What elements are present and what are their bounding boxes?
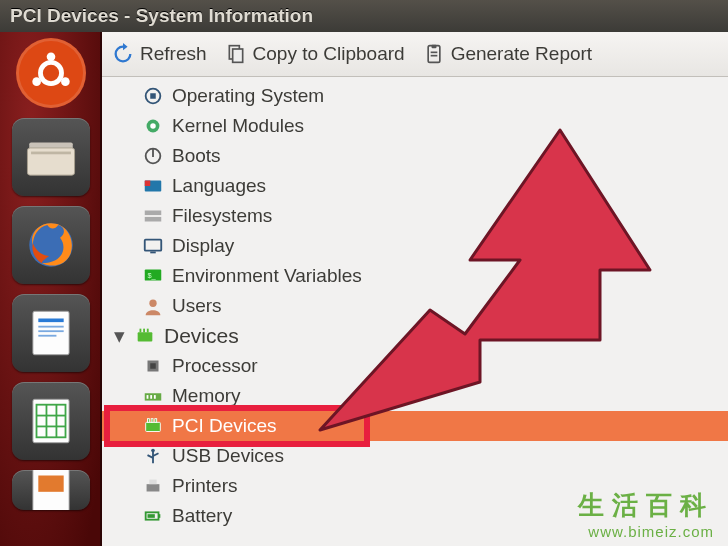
tree-item-users[interactable]: Users — [102, 291, 728, 321]
svg-rect-28 — [150, 93, 156, 99]
copy-label: Copy to Clipboard — [253, 43, 405, 65]
tree-item-os[interactable]: Operating System — [102, 81, 728, 111]
svg-rect-55 — [155, 419, 157, 423]
files-icon — [22, 128, 80, 186]
report-icon — [423, 43, 445, 65]
spreadsheet-icon — [22, 392, 80, 450]
svg-rect-63 — [159, 514, 161, 518]
tree-item-label: Environment Variables — [172, 265, 362, 287]
svg-rect-20 — [38, 476, 63, 492]
svg-rect-43 — [140, 329, 142, 333]
copy-clipboard-button[interactable]: Copy to Clipboard — [225, 43, 405, 65]
pci-icon — [142, 415, 164, 437]
tree-item-label: Battery — [172, 505, 232, 527]
display-icon — [142, 235, 164, 257]
firefox-icon — [22, 216, 80, 274]
tree-item-usb[interactable]: USB Devices — [102, 441, 728, 471]
lang-icon — [142, 175, 164, 197]
svg-rect-37 — [145, 240, 162, 251]
svg-rect-6 — [31, 152, 71, 155]
tree-item-label: Processor — [172, 355, 258, 377]
tree-item-label: PCI Devices — [172, 415, 277, 437]
tree-item-cpu[interactable]: Processor — [102, 351, 728, 381]
launcher-firefox[interactable] — [12, 206, 90, 284]
tree-item-label: Kernel Modules — [172, 115, 304, 137]
report-label: Generate Report — [451, 43, 593, 65]
navigation-tree[interactable]: Operating SystemKernel ModulesBootsLangu… — [102, 77, 728, 546]
tree-item-label: Devices — [164, 324, 239, 348]
svg-rect-38 — [150, 252, 156, 254]
window-content: Refresh Copy to Clipboard Generate Repor… — [102, 32, 728, 546]
boots-icon — [142, 145, 164, 167]
prn-icon — [142, 475, 164, 497]
document-writer-icon — [22, 304, 80, 362]
tree-item-label: Boots — [172, 145, 221, 167]
cpu-icon — [142, 355, 164, 377]
svg-rect-35 — [145, 211, 162, 216]
generate-report-button[interactable]: Generate Report — [423, 43, 593, 65]
svg-rect-51 — [154, 395, 156, 399]
svg-rect-47 — [150, 363, 156, 369]
refresh-button[interactable]: Refresh — [112, 43, 207, 65]
svg-rect-10 — [38, 326, 63, 328]
svg-rect-24 — [431, 45, 436, 48]
svg-point-3 — [61, 77, 70, 86]
expander-icon: ▾ — [112, 324, 126, 348]
env-icon: $_ — [142, 265, 164, 287]
clipboard-copy-icon — [225, 43, 247, 65]
tree-item-label: Printers — [172, 475, 237, 497]
svg-rect-60 — [147, 484, 160, 491]
ubuntu-logo-icon — [28, 50, 74, 96]
tree-item-display[interactable]: Display — [102, 231, 728, 261]
svg-text:$_: $_ — [148, 271, 157, 280]
svg-rect-49 — [147, 395, 149, 399]
tree-item-label: USB Devices — [172, 445, 284, 467]
svg-rect-44 — [143, 329, 145, 333]
svg-rect-45 — [147, 329, 149, 333]
tree-item-mem[interactable]: Memory — [102, 381, 728, 411]
toolbar: Refresh Copy to Clipboard Generate Repor… — [102, 32, 728, 77]
tree-group-devices[interactable]: ▾Devices — [102, 321, 728, 351]
os-icon — [142, 85, 164, 107]
tree-item-pci[interactable]: PCI Devices — [102, 411, 728, 441]
bat-icon — [142, 505, 164, 527]
window-titlebar: PCI Devices - System Information — [0, 0, 728, 32]
desktop-area: Refresh Copy to Clipboard Generate Repor… — [0, 32, 728, 546]
refresh-label: Refresh — [140, 43, 207, 65]
window-title: PCI Devices - System Information — [10, 5, 313, 27]
tree-item-env[interactable]: $_Environment Variables — [102, 261, 728, 291]
unity-launcher — [0, 32, 102, 546]
svg-rect-53 — [148, 419, 150, 423]
ubuntu-dash-button[interactable] — [16, 38, 86, 108]
svg-point-1 — [47, 52, 56, 61]
svg-rect-22 — [232, 49, 242, 62]
svg-rect-13 — [33, 399, 69, 443]
tree-item-lang[interactable]: Languages — [102, 171, 728, 201]
svg-rect-61 — [149, 480, 156, 485]
tree-item-fs[interactable]: Filesystems — [102, 201, 728, 231]
watermark-title: 生活百科 — [578, 488, 714, 523]
tree-item-label: Memory — [172, 385, 241, 407]
watermark-url: www.bimeiz.com — [578, 523, 714, 540]
svg-rect-36 — [145, 217, 162, 222]
svg-point-30 — [150, 123, 156, 129]
tree-item-label: Operating System — [172, 85, 324, 107]
kernel-icon — [142, 115, 164, 137]
launcher-files[interactable] — [12, 118, 90, 196]
svg-rect-50 — [150, 395, 152, 399]
tree-item-kernel[interactable]: Kernel Modules — [102, 111, 728, 141]
tree-item-label: Users — [172, 295, 222, 317]
tree-item-label: Display — [172, 235, 234, 257]
svg-point-2 — [32, 77, 41, 86]
svg-rect-12 — [38, 335, 56, 337]
usb-icon — [142, 445, 164, 467]
launcher-writer[interactable] — [12, 294, 90, 372]
launcher-impress[interactable] — [12, 470, 90, 510]
svg-rect-34 — [145, 181, 151, 187]
launcher-calc[interactable] — [12, 382, 90, 460]
svg-rect-8 — [33, 311, 69, 355]
svg-point-0 — [40, 62, 61, 83]
tree-item-boots[interactable]: Boots — [102, 141, 728, 171]
devices-group-icon — [134, 325, 156, 347]
mem-icon — [142, 385, 164, 407]
